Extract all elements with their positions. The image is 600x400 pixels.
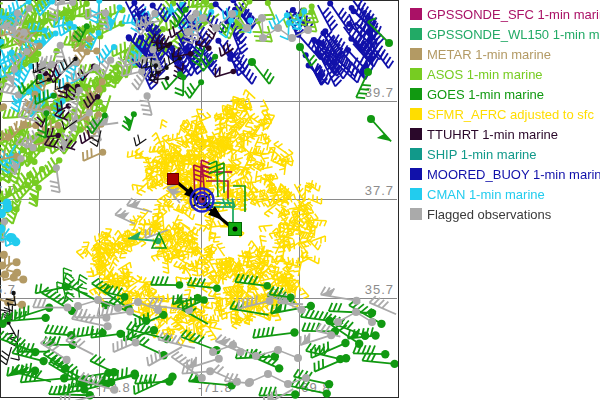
legend-item: TTUHRT 1-min marine: [410, 124, 600, 144]
legend-item: CMAN 1-min marine: [410, 184, 600, 204]
legend-item: GPSSONDE_SFC 1-min marine: [410, 4, 600, 24]
legend-item: MOORED_BUOY 1-min marine: [410, 164, 600, 184]
legend-item: SHIP 1-min marine: [410, 144, 600, 164]
legend-label: GPSSONDE_SFC 1-min marine: [427, 7, 600, 22]
legend-item: METAR 1-min marine: [410, 44, 600, 64]
legend-swatch-icon: [410, 128, 422, 140]
legend-swatch-icon: [410, 88, 422, 100]
legend-item: Flagged observations: [410, 204, 600, 224]
legend-item: SFMR_AFRC adjusted to sfc: [410, 104, 600, 124]
legend-swatch-icon: [410, 168, 422, 180]
legend-label: METAR 1-min marine: [427, 47, 551, 62]
legend-label: GOES 1-min marine: [427, 87, 544, 102]
legend-item: GOES 1-min marine: [410, 84, 600, 104]
legend-label: Flagged observations: [427, 207, 551, 222]
legend-swatch-icon: [410, 28, 422, 40]
legend-swatch-icon: [410, 48, 422, 60]
legend-label: CMAN 1-min marine: [427, 187, 545, 202]
legend-swatch-icon: [410, 68, 422, 80]
legend-swatch-icon: [410, 108, 422, 120]
legend-swatch-icon: [410, 208, 422, 220]
legend-item: ASOS 1-min marine: [410, 64, 600, 84]
legend-label: TTUHRT 1-min marine: [427, 127, 558, 142]
legend-swatch-icon: [410, 148, 422, 160]
legend-panel: GPSSONDE_SFC 1-min marineGPSSONDE_WL150 …: [410, 4, 600, 224]
legend-label: GPSSONDE_WL150 1-min marine: [427, 27, 600, 42]
legend-swatch-icon: [410, 188, 422, 200]
observation-plot-window: { "window": {"width": 600, "height": 400…: [0, 0, 600, 400]
legend-label: SHIP 1-min marine: [427, 147, 537, 162]
legend-label: ASOS 1-min marine: [427, 67, 543, 82]
legend-swatch-icon: [410, 8, 422, 20]
legend-label: SFMR_AFRC adjusted to sfc: [427, 107, 594, 122]
legend-label: MOORED_BUOY 1-min marine: [427, 167, 600, 182]
legend-item: GPSSONDE_WL150 1-min marine: [410, 24, 600, 44]
